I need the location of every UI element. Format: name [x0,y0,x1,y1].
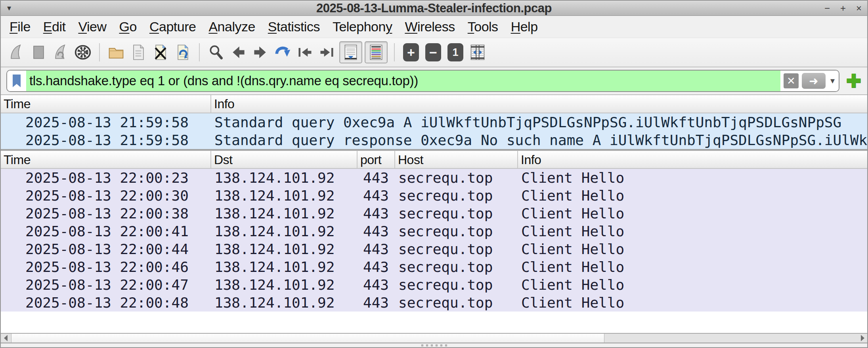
save-file-icon[interactable] [128,41,148,63]
tls-table-row[interactable]: 2025-08-13 22:00:48 138.124.101.92 443 s… [1,294,867,312]
menu-help[interactable]: Help [505,19,544,34]
column-header-port[interactable]: port [358,151,395,168]
titlebar[interactable]: ▾ 2025-08-13-Lumma-Stealer-infection.pca… [1,1,867,16]
menu-telephony[interactable]: Telephony [326,19,399,34]
filter-clear-button[interactable]: ✕ [784,73,799,88]
horizontal-scrollbar[interactable] [1,333,867,343]
menu-view[interactable]: View [72,19,113,34]
tls-table-row[interactable]: 2025-08-13 22:00:44 138.124.101.92 443 s… [1,240,867,258]
autoscroll-icon[interactable] [339,41,362,63]
tls-table-row[interactable]: 2025-08-13 22:00:38 138.124.101.92 443 s… [1,205,867,222]
menu-tools[interactable]: Tools [461,19,505,34]
toolbar-separator [99,43,100,61]
wireshark-window: ▾ 2025-08-13-Lumma-Stealer-infection.pca… [0,0,868,348]
main-toolbar: + − 1 [1,38,867,67]
packet-list-empty-area [1,312,867,333]
tls-table-row[interactable]: 2025-08-13 22:00:41 138.124.101.92 443 s… [1,222,867,240]
normal-size-icon[interactable]: 1 [445,41,465,63]
go-forward-icon[interactable] [250,41,270,63]
pane-splitter [1,343,867,347]
minimize-button[interactable]: − [824,1,830,16]
maximize-button[interactable]: + [840,1,846,16]
column-header-time[interactable]: Time [1,151,211,168]
tls-table-row[interactable]: 2025-08-13 22:00:23 138.124.101.92 443 s… [1,169,867,187]
scroll-left-icon[interactable] [1,334,10,342]
window-title: 2025-08-13-Lumma-Stealer-infection.pcap [1,1,867,15]
goto-packet-icon[interactable] [273,41,293,63]
filter-toolbar: tls.handshake.type eq 1 or (dns and !(dn… [1,67,867,95]
first-packet-icon[interactable] [295,41,315,63]
menubar: FileEditViewGoCaptureAnalyzeStatisticsTe… [1,16,867,38]
find-packet-icon[interactable] [206,41,226,63]
toolbar-separator [394,43,395,61]
display-filter-input[interactable]: tls.handshake.type eq 1 or (dns and !(dn… [6,70,839,92]
menu-analyze[interactable]: Analyze [202,19,261,34]
column-header-dst[interactable]: Dst [211,151,358,168]
dns-packet-list: TimeInfo 2025-08-13 21:59:58 Standard qu… [1,95,867,151]
window-menu-icon[interactable]: ▾ [7,2,11,13]
menu-statistics[interactable]: Statistics [262,19,326,34]
filter-history-dropdown-icon[interactable]: ▾ [829,76,835,86]
restart-capture-icon[interactable] [51,41,71,63]
tls-column-headers: TimeDstportHostInfo [1,151,867,169]
column-header-info[interactable]: Info [211,95,867,113]
filter-expression[interactable]: tls.handshake.type eq 1 or (dns and !(dn… [26,71,780,91]
filter-bookmark-icon[interactable] [7,71,26,91]
menu-capture[interactable]: Capture [143,19,202,34]
close-button[interactable]: × [856,1,862,16]
toolbar-separator [199,43,200,61]
dns-table-row[interactable]: 2025-08-13 21:59:58 Standard query respo… [1,131,867,149]
column-header-info[interactable]: Info [518,151,867,168]
go-back-icon[interactable] [228,41,248,63]
menu-wireless[interactable]: Wireless [398,19,461,34]
scrollbar-thumb[interactable] [11,334,604,342]
menu-go[interactable]: Go [113,19,143,34]
column-header-host[interactable]: Host [395,151,518,168]
zoom-out-icon[interactable]: − [423,41,443,63]
tls-table-row[interactable]: 2025-08-13 22:00:46 138.124.101.92 443 s… [1,258,867,276]
column-header-time[interactable]: Time [1,95,211,113]
zoom-in-icon[interactable]: + [401,41,421,63]
tls-table-row[interactable]: 2025-08-13 22:00:47 138.124.101.92 443 s… [1,276,867,294]
menu-file[interactable]: File [3,19,37,34]
open-file-icon[interactable] [106,41,126,63]
capture-options-icon[interactable] [73,41,93,63]
stop-capture-icon[interactable] [29,41,48,63]
colorize-icon[interactable] [365,41,388,63]
splitter-grip-icon[interactable] [421,344,447,346]
scroll-right-icon[interactable] [858,334,867,342]
menu-edit[interactable]: Edit [37,19,72,34]
last-packet-icon[interactable] [317,41,337,63]
filter-apply-button[interactable]: ➜ [802,73,826,89]
dns-table-row[interactable]: 2025-08-13 21:59:58 Standard query 0xec9… [1,113,867,131]
tls-packet-list: TimeDstportHostInfo 2025-08-13 22:00:23 … [1,151,867,312]
filter-add-button[interactable]: ✚ [846,73,862,89]
close-file-icon[interactable] [151,41,170,63]
resize-columns-icon[interactable] [468,41,488,63]
reload-file-icon[interactable] [173,41,193,63]
tls-table-row[interactable]: 2025-08-13 22:00:30 138.124.101.92 443 s… [1,187,867,205]
dns-column-headers: TimeInfo [1,95,867,113]
start-capture-icon[interactable] [6,41,26,63]
